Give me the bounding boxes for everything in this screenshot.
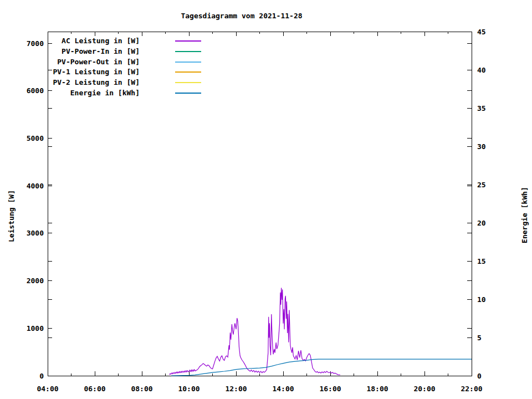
x-tick-label: 06:00 <box>84 385 105 393</box>
y2-tick-label: 0 <box>477 372 482 380</box>
y-tick-label: 5000 <box>27 134 44 142</box>
x-tick-label: 22:00 <box>461 385 482 393</box>
plot-area: 04:0006:0008:0010:0012:0014:0016:0018:00… <box>0 0 532 399</box>
chart-screen: 04:0006:0008:0010:0012:0014:0016:0018:00… <box>0 0 532 399</box>
y-tick-label: 3000 <box>27 229 44 237</box>
y2-tick-label: 15 <box>477 257 486 265</box>
y-tick-label: 6000 <box>27 86 44 95</box>
y2-tick-label: 45 <box>477 28 486 36</box>
y-tick-label: 0 <box>39 372 44 380</box>
y2-tick-label: 30 <box>477 142 486 151</box>
y2-axis-title: Energie [kWh] <box>520 187 529 243</box>
x-tick-label: 16:00 <box>319 385 341 393</box>
series-line-energie-in-kwh- <box>171 359 472 376</box>
x-tick-label: 18:00 <box>366 385 388 393</box>
y2-tick-label: 10 <box>477 295 486 304</box>
x-tick-label: 12:00 <box>225 385 247 393</box>
x-tick-label: 04:00 <box>37 385 58 393</box>
y-tick-label: 2000 <box>27 277 44 285</box>
x-tick-label: 10:00 <box>178 385 200 393</box>
x-tick-label: 20:00 <box>413 385 435 393</box>
y2-tick-label: 25 <box>477 181 486 189</box>
chart-title: Tagesdiagramm vom 2021-11-28 <box>181 12 302 20</box>
y2-tick-label: 5 <box>477 334 482 342</box>
x-tick-label: 08:00 <box>131 385 152 393</box>
y2-tick-label: 40 <box>477 66 486 74</box>
series-line-ac-leistung-in-w- <box>170 288 340 375</box>
y-axis-title: Leistung [W] <box>7 190 16 242</box>
y2-tick-label: 20 <box>477 219 486 227</box>
x-tick-label: 14:00 <box>272 385 294 393</box>
plot-border <box>48 32 472 376</box>
y-tick-label: 4000 <box>27 182 44 190</box>
y-tick-label: 1000 <box>27 324 44 332</box>
y2-tick-label: 35 <box>477 104 486 112</box>
y-tick-label: 7000 <box>27 39 44 48</box>
